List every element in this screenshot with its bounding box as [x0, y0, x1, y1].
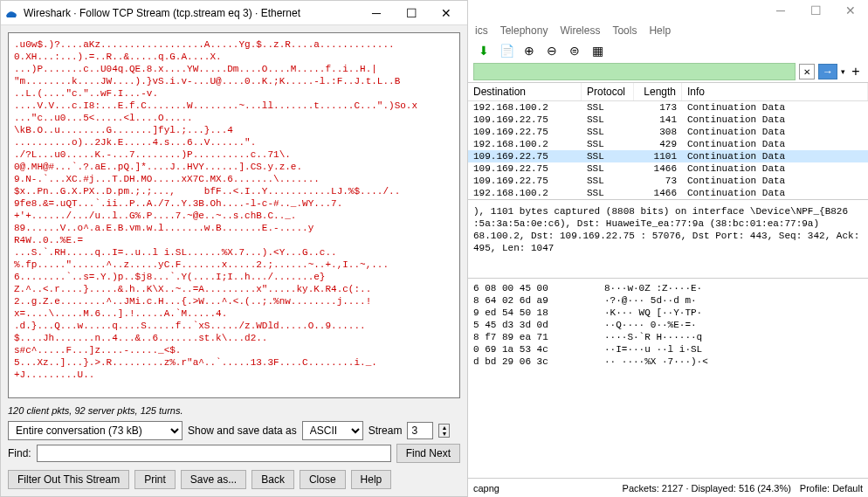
- col-length[interactable]: Length: [634, 83, 682, 100]
- zoom-out-icon[interactable]: ⊖: [543, 42, 561, 59]
- packet-row[interactable]: 109.169.22.75SSL1466Continuation Data: [468, 162, 868, 175]
- menubar: ics Telephony Wireless Tools Help: [468, 21, 868, 40]
- dialog-title: Wireshark · Follow TCP Stream (tcp.strea…: [24, 7, 359, 19]
- zoom-reset-icon[interactable]: ⊜: [566, 42, 583, 59]
- save-as-button[interactable]: Save as...: [181, 470, 246, 489]
- main-minimize-button[interactable]: ─: [763, 0, 798, 21]
- packet-row[interactable]: 192.168.100.2SSL429Continuation Data: [468, 138, 868, 150]
- packet-row[interactable]: 192.168.100.2SSL1466Continuation Data: [468, 187, 868, 199]
- col-info[interactable]: Info: [682, 83, 868, 100]
- close-button[interactable]: Close: [300, 470, 346, 489]
- hex-view[interactable]: 6 08 00 45 008 64 02 6d a99 ed 54 50 185…: [468, 278, 868, 478]
- find-input[interactable]: [37, 445, 391, 462]
- packet-row[interactable]: 109.169.22.75SSL73Continuation Data: [468, 175, 868, 187]
- toolbar-reload-icon[interactable]: 📄: [498, 42, 515, 59]
- packet-row[interactable]: 109.169.22.75SSL308Continuation Data: [468, 126, 868, 138]
- wireshark-icon: [4, 6, 18, 20]
- stream-number-input[interactable]: [407, 422, 433, 439]
- packet-row[interactable]: 109.169.22.75SSL141Continuation Data: [468, 114, 868, 126]
- menu-tools[interactable]: Tools: [612, 24, 637, 37]
- help-button[interactable]: Help: [351, 470, 392, 489]
- menu-wireless[interactable]: Wireless: [560, 24, 600, 37]
- show-as-label: Show and save data as: [188, 425, 297, 437]
- filter-bar: ✕ → ▾ +: [473, 63, 863, 80]
- close-window-button[interactable]: ✕: [429, 1, 464, 25]
- status-profile[interactable]: Profile: Default: [800, 483, 863, 494]
- packet-row[interactable]: 192.168.100.2SSL173Continuation Data: [468, 101, 868, 114]
- packet-list: Destination Protocol Length Info 192.168…: [468, 82, 868, 199]
- display-filter-input[interactable]: [473, 63, 796, 80]
- main-titlebar: ─ ☐ ✕: [468, 0, 868, 21]
- follow-stream-dialog: Wireshark · Follow TCP Stream (tcp.strea…: [0, 0, 468, 497]
- main-close-button[interactable]: ✕: [833, 0, 868, 21]
- minimize-button[interactable]: ─: [359, 1, 394, 25]
- status-packets: Packets: 2127 · Displayed: 516 (24.3%): [623, 483, 791, 494]
- packet-details[interactable]: ), 1101 bytes captured (8808 bits) on in…: [468, 199, 868, 278]
- add-filter-button[interactable]: +: [849, 64, 863, 79]
- toolbar-first-icon[interactable]: ⬇: [475, 42, 493, 59]
- client-stream-text: .u0w$.)?....aKz..................A.....Y…: [14, 39, 417, 380]
- clear-filter-icon[interactable]: ✕: [799, 64, 815, 79]
- status-bar: capng Packets: 2127 · Displayed: 516 (24…: [468, 478, 868, 497]
- resize-columns-icon[interactable]: ▦: [589, 42, 606, 59]
- filter-out-button[interactable]: Filter Out This Stream: [8, 470, 129, 489]
- col-protocol[interactable]: Protocol: [582, 83, 634, 100]
- stream-up-button[interactable]: ▲: [439, 425, 449, 431]
- maximize-button[interactable]: ☐: [394, 1, 429, 25]
- print-button[interactable]: Print: [134, 470, 176, 489]
- stream-down-button[interactable]: ▼: [439, 431, 449, 437]
- col-destination[interactable]: Destination: [468, 83, 582, 100]
- stream-label: Stream: [369, 425, 403, 437]
- menu-item[interactable]: ics: [475, 24, 488, 37]
- menu-telephony[interactable]: Telephony: [500, 24, 548, 37]
- back-button[interactable]: Back: [251, 470, 294, 489]
- apply-filter-icon[interactable]: →: [818, 64, 837, 79]
- conversation-select[interactable]: Entire conversation (73 kB): [8, 421, 183, 440]
- packet-count-info: 120 client pkts, 92 server pkts, 125 tur…: [8, 405, 460, 416]
- menu-help[interactable]: Help: [649, 24, 671, 37]
- status-file: capng: [473, 483, 499, 494]
- format-select[interactable]: ASCII: [302, 421, 363, 440]
- zoom-in-icon[interactable]: ⊕: [520, 42, 538, 59]
- toolbar: ⬇ 📄 ⊕ ⊖ ⊜ ▦: [468, 40, 868, 61]
- filter-dropdown-icon[interactable]: ▾: [841, 67, 845, 76]
- find-label: Find:: [8, 447, 31, 459]
- dialog-titlebar: Wireshark · Follow TCP Stream (tcp.strea…: [1, 1, 467, 25]
- packet-row[interactable]: 109.169.22.75SSL1101Continuation Data: [468, 150, 868, 162]
- find-next-button[interactable]: Find Next: [396, 444, 460, 463]
- packet-list-header: Destination Protocol Length Info: [468, 83, 868, 101]
- main-window: ─ ☐ ✕ ics Telephony Wireless Tools Help …: [468, 0, 868, 497]
- stream-content[interactable]: .u0w$.)?....aKz..................A.....Y…: [8, 32, 460, 398]
- main-maximize-button[interactable]: ☐: [798, 0, 833, 21]
